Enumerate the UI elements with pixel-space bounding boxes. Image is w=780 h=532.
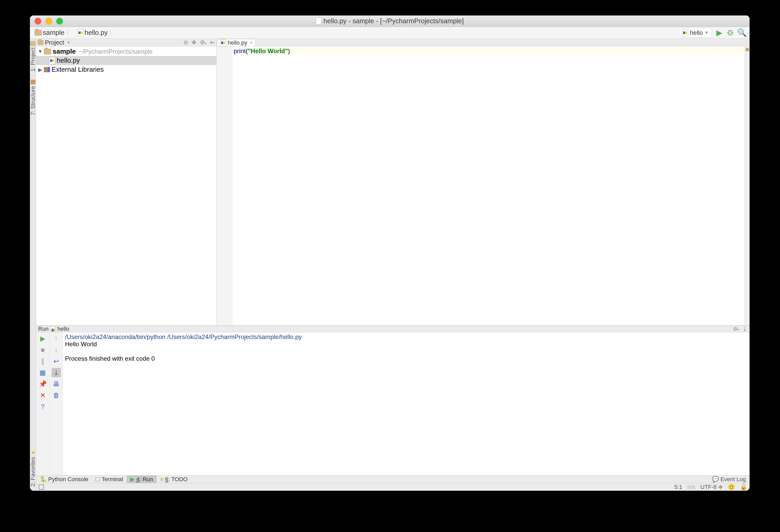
- tab-python-console[interactable]: 🐍 Python Console: [36, 476, 92, 483]
- dump-threads-button[interactable]: ▦: [38, 368, 47, 377]
- speech-bubble-icon: 💬: [712, 476, 719, 483]
- project-tool-window: Project ▼ ⊖ ✥ ⚙▾ ⇤: [36, 39, 217, 325]
- chevron-down-icon: ▼: [67, 41, 70, 45]
- terminal-icon: [95, 478, 100, 481]
- event-log-button[interactable]: 💬 Event Log: [708, 476, 749, 483]
- settings-button[interactable]: ⚙▾: [200, 39, 207, 46]
- search-everywhere-button[interactable]: 🔍: [737, 28, 746, 37]
- folder-icon: [31, 41, 35, 46]
- tab-run[interactable]: ▶ 4: Run: [127, 476, 156, 483]
- tab-terminal[interactable]: Terminal: [92, 476, 127, 483]
- file-encoding[interactable]: UTF-8 ≑: [700, 484, 723, 490]
- cursor-position[interactable]: 5:1: [674, 484, 682, 490]
- run-controls-column-1: ▶ ■ ∥ ▦ 📌 ✕ ?: [36, 332, 50, 475]
- tool-tab-label: 2: Favorites: [30, 457, 36, 487]
- tree-node-hello-py[interactable]: hello.py: [36, 56, 216, 65]
- close-tab-button[interactable]: ✕: [38, 391, 47, 400]
- close-tab-button[interactable]: ×: [250, 40, 253, 45]
- pause-button[interactable]: ∥: [38, 356, 47, 366]
- lock-icon[interactable]: 🔓: [740, 484, 747, 490]
- folder-icon: [35, 30, 42, 36]
- chevron-right-icon: 〉: [66, 29, 72, 37]
- tool-tab-project[interactable]: 1: Project: [30, 40, 36, 73]
- tree-node-project-root[interactable]: ▼ sample ~/PycharmProjects/sample: [36, 47, 216, 56]
- main-area: 1: Project 7: Structure 2: Favorites ★: [30, 39, 749, 491]
- tree-node-path: ~/PycharmProjects/sample: [79, 48, 153, 55]
- breadcrumb-item-sample[interactable]: sample 〉: [32, 28, 75, 38]
- print-button[interactable]: 🖶: [52, 379, 61, 389]
- run-title-prefix: Run: [38, 326, 48, 332]
- console-command: /Users/oki2a24/anaconda/bin/python /User…: [65, 333, 302, 340]
- console-output[interactable]: /Users/oki2a24/anaconda/bin/python /User…: [63, 332, 749, 475]
- navigation-bar: sample 〉 hello.py 〉 hello ▼ ▶ ⯐ 🔍: [30, 27, 749, 39]
- pin-tab-button[interactable]: 📌: [38, 379, 47, 389]
- expand-arrow-icon[interactable]: ▼: [38, 49, 42, 54]
- run-settings-button[interactable]: ⚙▾: [733, 326, 739, 332]
- tool-tab-structure[interactable]: 7: Structure: [30, 78, 36, 117]
- code-keyword: print: [234, 47, 246, 54]
- project-tool-header: Project ▼ ⊖ ✥ ⚙▾ ⇤: [36, 39, 216, 46]
- chevron-right-icon: 〉: [109, 29, 115, 37]
- inspections-indicator[interactable]: 🙂: [728, 484, 735, 490]
- console-line: Hello World: [65, 341, 97, 347]
- editor-tab-hello-py[interactable]: hello.py ×: [217, 39, 255, 46]
- console-line: Process finished with exit code 0: [65, 355, 155, 362]
- project-view-selector[interactable]: Project ▼: [38, 39, 70, 46]
- document-icon: [316, 17, 322, 25]
- scroll-to-source-button[interactable]: ✥: [192, 39, 196, 46]
- todo-icon: ≡: [160, 476, 163, 483]
- up-stack-button[interactable]: ↑: [52, 334, 61, 343]
- editor-area: hello.py × print("Hello World"): [217, 39, 749, 325]
- tab-label: Terminal: [102, 476, 123, 483]
- scroll-end-button[interactable]: ⤓: [52, 368, 61, 377]
- editor-error-stripe[interactable]: [744, 46, 749, 325]
- window-title: hello.py - sample - [~/PycharmProjects/s…: [30, 17, 749, 25]
- status-bar: 5:1 n/a UTF-8 ≑ 🙂 🔓: [36, 483, 749, 491]
- clear-all-button[interactable]: 🗑: [52, 391, 61, 400]
- run-button[interactable]: ▶: [715, 28, 724, 37]
- python-icon: 🐍: [40, 476, 47, 483]
- tree-node-external-libraries[interactable]: ▶ External Libraries: [36, 65, 216, 74]
- breadcrumb-item-hello[interactable]: hello.py 〉: [75, 28, 118, 38]
- folder-icon: [38, 40, 43, 45]
- hide-panel-button[interactable]: ⇤: [210, 39, 215, 46]
- left-tool-rail: 1: Project 7: Structure 2: Favorites ★: [30, 39, 36, 491]
- stop-button[interactable]: ■: [38, 345, 47, 354]
- editor-tab-label: hello.py: [228, 40, 247, 46]
- rerun-button[interactable]: ▶: [38, 334, 47, 343]
- python-file-icon: [49, 57, 55, 64]
- collapse-all-button[interactable]: ⊖: [183, 39, 188, 46]
- run-configuration-selector[interactable]: hello ▼: [679, 28, 712, 38]
- line-separator[interactable]: n/a: [687, 484, 695, 490]
- editor-gutter[interactable]: [217, 46, 232, 325]
- run-body: ▶ ■ ∥ ▦ 📌 ✕ ? ↑ ↓ ↩ ⤓: [36, 332, 749, 475]
- tree-node-label: sample: [53, 47, 76, 55]
- tool-windows-toggle[interactable]: [39, 485, 44, 490]
- play-icon: ▶: [130, 476, 135, 483]
- soft-wrap-button[interactable]: ↩: [52, 356, 61, 366]
- warning-marker-icon[interactable]: [746, 48, 749, 51]
- structure-icon: [31, 80, 35, 84]
- code-string: "Hello World": [248, 47, 288, 54]
- run-controls-column-2: ↑ ↓ ↩ ⤓ 🖶 🗑: [50, 332, 63, 475]
- breadcrumb-label: hello.py: [85, 29, 108, 37]
- hide-run-panel-button[interactable]: ⭳: [742, 326, 747, 332]
- down-stack-button[interactable]: ↓: [52, 345, 61, 354]
- python-icon: [682, 29, 688, 36]
- tab-todo[interactable]: ≡ 6: TODO: [156, 476, 191, 483]
- tool-tab-favorites[interactable]: 2: Favorites ★: [30, 449, 36, 488]
- run-config-name: hello: [690, 29, 703, 36]
- project-tree[interactable]: ▼ sample ~/PycharmProjects/sample hello.…: [36, 46, 216, 325]
- python-icon: [51, 326, 55, 332]
- chevron-down-icon: ▼: [704, 31, 709, 35]
- help-button[interactable]: ?: [38, 402, 47, 411]
- tab-label: : TODO: [168, 476, 188, 482]
- code-line: print("Hello World"): [234, 47, 743, 55]
- code-editor[interactable]: print("Hello World"): [232, 46, 744, 325]
- editor-tab-bar: hello.py ×: [217, 39, 749, 46]
- expand-arrow-icon[interactable]: ▶: [38, 66, 42, 73]
- tab-label: Python Console: [48, 476, 88, 483]
- debug-button[interactable]: ⯐: [726, 28, 735, 37]
- tree-node-label: hello.py: [57, 56, 80, 64]
- run-title-config: hello: [57, 326, 69, 332]
